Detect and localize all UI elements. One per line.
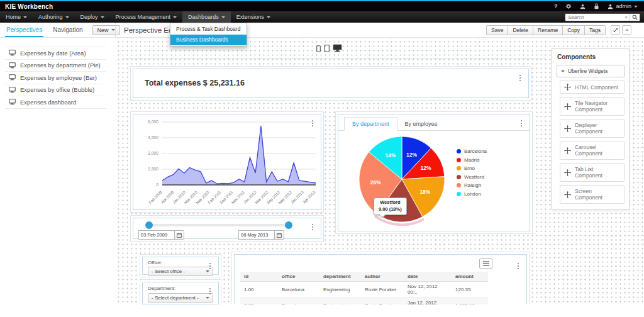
lock-icon[interactable] [594, 3, 599, 9]
table-row[interactable]: 2.00BarcelonaEngineeringRoxie ForakerJan… [240, 298, 488, 304]
tab-by-department[interactable]: By department [344, 117, 397, 131]
kebab-icon[interactable] [514, 261, 522, 271]
maximize-icon[interactable] [611, 25, 620, 35]
chevron-down-icon [267, 16, 270, 18]
user-name: admin [616, 3, 631, 9]
pie-tooltip: Westford 9.00 (18%) [374, 197, 407, 215]
search-input[interactable] [565, 14, 623, 20]
user-avatar-icon [608, 4, 613, 9]
svg-text:Apr 2013: Apr 2013 [302, 189, 317, 204]
chevron-down-icon [221, 16, 225, 18]
tab-by-employee[interactable]: By employee [397, 118, 445, 130]
move-icon [564, 103, 571, 110]
component-tab-list-component[interactable]: Tab List Component [560, 163, 625, 182]
gear-icon[interactable] [565, 3, 572, 9]
column-header-amount[interactable]: amount [452, 272, 488, 282]
component-label: Displayer Component [575, 122, 620, 135]
column-header-author[interactable]: author [361, 272, 404, 282]
screen-icon [9, 74, 16, 81]
screen-icon [9, 50, 16, 56]
close-icon[interactable]: × [622, 25, 631, 35]
chevron-down-icon [206, 297, 209, 299]
table-row[interactable]: 1.00BarcelonaEngineeringRoxie ForakerNov… [240, 282, 488, 298]
date-inputs [138, 230, 284, 240]
pie-legend: BarcelonaMadridBrnoWestfordRaleighLondon [457, 147, 487, 226]
delete-button[interactable]: Delete [508, 25, 533, 35]
copy-button[interactable]: Copy [562, 25, 585, 35]
sidebar-item-expenses-dashboard[interactable]: Expenses dashboard [5, 96, 106, 109]
sidebar-item-expenses-by-office-bubble[interactable]: Expenses by office (Bubble) [5, 84, 106, 97]
office-select[interactable]: - Select office - [148, 267, 213, 276]
desktop-icon[interactable] [333, 44, 342, 52]
menu-item-label: Home [6, 14, 21, 20]
kebab-icon[interactable] [206, 261, 214, 271]
expenses-table-panel: idofficedepartmentauthordateamount 1.00B… [231, 252, 530, 304]
slider-handle-end[interactable] [285, 221, 292, 229]
total-expenses-panel-body: Total expenses $ 25,231.16 [133, 69, 529, 98]
sidebar-item-expenses-by-department-pie[interactable]: Expenses by department (Pie) [5, 60, 106, 72]
table-cell: Roxie Foraker [361, 298, 404, 304]
end-date-input[interactable] [238, 230, 275, 240]
search-icon[interactable] [630, 14, 640, 21]
kebab-icon[interactable] [518, 118, 525, 128]
kebab-icon[interactable] [309, 222, 316, 232]
screen-icon [9, 87, 16, 93]
column-header-date[interactable]: date [404, 272, 452, 282]
date-filter-panel [130, 215, 324, 242]
expenses-table-body: idofficedepartmentauthordateamount 1.00B… [234, 254, 527, 304]
expenses-table: idofficedepartmentauthordateamount 1.00B… [240, 272, 488, 304]
area-chart-panel: 01,5003,0004,5006,000Feb 2009Apr 2009Jan… [130, 111, 324, 213]
date-range-slider[interactable] [147, 224, 291, 226]
user-menu[interactable]: admin [608, 3, 638, 9]
menu-item-dashboards[interactable]: Dashboards [182, 11, 231, 23]
sidebar-item-expenses-by-employee-bar[interactable]: Expenses by employee (Bar) [5, 72, 106, 84]
department-select[interactable]: - Select department - [148, 293, 213, 303]
legend-label: London [464, 191, 481, 197]
tags-button[interactable]: Tags [584, 25, 606, 35]
column-header-office[interactable]: office [278, 272, 319, 282]
rename-button[interactable]: Rename [533, 25, 563, 35]
component-html-component[interactable]: HTML Component [560, 81, 625, 94]
start-date-input[interactable] [138, 230, 175, 240]
mobile-icon[interactable] [316, 45, 321, 52]
legend-swatch [457, 192, 461, 196]
calendar-icon[interactable] [174, 230, 184, 240]
expenses-table-head: idofficedepartmentauthordateamount [240, 272, 488, 282]
end-date-group [238, 230, 284, 240]
user-icon[interactable] [580, 4, 586, 9]
kebab-icon[interactable] [516, 73, 524, 83]
column-header-id[interactable]: id [240, 272, 278, 282]
tablet-icon[interactable] [324, 45, 330, 52]
component-label: Tile Navigator Component [575, 100, 620, 113]
menu-item-process-management[interactable]: Process Management [110, 11, 183, 23]
clear-search-icon[interactable]: × [623, 14, 630, 20]
column-header-department[interactable]: department [319, 272, 361, 282]
svg-text:6,000: 6,000 [148, 120, 158, 124]
device-toggle [316, 44, 342, 52]
tab-navigation[interactable]: Navigation [52, 23, 84, 37]
tab-perspectives[interactable]: Perspectives [5, 23, 43, 37]
pie-chart-panel: By department By employee 12%12%18%18%26… [335, 111, 533, 234]
menu-item-extensions[interactable]: Extensions [231, 11, 276, 23]
svg-text:18%: 18% [419, 189, 430, 195]
component-carousel-component[interactable]: Carousel Component [560, 141, 625, 160]
menu-item-authoring[interactable]: Authoring [33, 11, 75, 23]
chevron-down-icon [561, 70, 565, 72]
calendar-icon[interactable] [274, 230, 284, 240]
help-icon[interactable]: ? [554, 3, 558, 9]
kebab-icon[interactable] [309, 118, 316, 128]
dropdown-item-process-task-dashboard[interactable]: Process & Task Dashboard [170, 24, 247, 35]
component-displayer-component[interactable]: Displayer Component [560, 119, 625, 138]
kebab-icon[interactable] [206, 286, 214, 296]
legend-label: Barcelona [464, 148, 487, 154]
component-tile-navigator-component[interactable]: Tile Navigator Component [560, 97, 625, 116]
menu-item-home[interactable]: Home [0, 11, 33, 23]
list-icon[interactable] [479, 259, 492, 269]
dropdown-item-business-dashboards[interactable]: Business Dashboards [170, 35, 247, 45]
components-group-uberfire-widgets[interactable]: Uberfire Widgets [557, 65, 625, 77]
menu-item-deploy[interactable]: Deploy [75, 11, 110, 23]
slider-handle-start[interactable] [145, 221, 153, 229]
save-button[interactable]: Save [486, 25, 508, 35]
component-screen-component[interactable]: Screen Component [560, 185, 625, 204]
sidebar-item-expenses-by-date-area[interactable]: Expenses by date (Area) [5, 47, 106, 60]
